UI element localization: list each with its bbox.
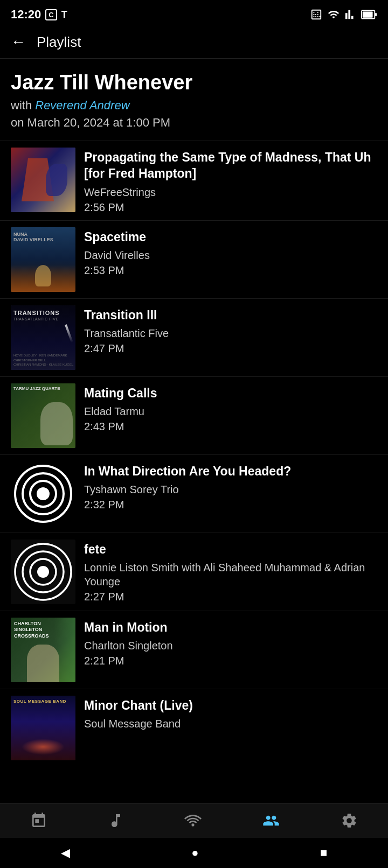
track-list: Propagating the Same Type of Madness, Th… (0, 141, 388, 830)
bullseye-svg-2 (13, 542, 73, 601)
svg-point-10 (37, 566, 49, 578)
track-info: Minor Chant (Live) Soul Message Band (84, 696, 377, 733)
track-info: Transition III Transatlantic Five 2:47 P… (84, 305, 377, 355)
track-artwork (11, 148, 75, 212)
artwork-tarmu: TARMU JAZZ QUARTE (11, 383, 75, 448)
status-bar: 12:20 C T (0, 0, 388, 28)
track-artwork: SOUL MESSAGE BAND (11, 696, 75, 760)
artwork-abstract2: NUNADAVID VIRELLES (11, 227, 75, 292)
track-artwork: CHARLTONSINGLETONCROSSROADS (11, 618, 75, 682)
track-artwork: NUNADAVID VIRELLES (11, 227, 75, 292)
bottom-nav (0, 803, 388, 838)
track-artist: Transatlantic Five (84, 326, 377, 340)
status-time: 12:20 (11, 8, 41, 22)
track-title: Man in Motion (84, 620, 377, 636)
track-title: Propagating the Same Type of Madness, Th… (84, 150, 377, 182)
host-prefix: with (11, 99, 32, 112)
list-item[interactable]: CHARLTONSINGLETONCROSSROADS Man in Motio… (0, 611, 388, 689)
playlist-host: with Reverend Andrew (11, 99, 377, 113)
nav-item-people[interactable] (251, 810, 292, 831)
list-item[interactable]: fete Lonnie Liston Smith with Ali Shahee… (0, 533, 388, 611)
battery-icon (361, 9, 377, 20)
track-info: Mating Calls Eldad Tarmu 2:43 PM (84, 383, 377, 433)
artwork-transitions: TRANSITIONS TRANSATLANTIC FIVE HOYE DUDL… (11, 305, 75, 370)
track-time: 2:32 PM (84, 499, 377, 511)
back-nav-button[interactable]: ◀ (61, 846, 70, 860)
list-item[interactable]: Propagating the Same Type of Madness, Th… (0, 141, 388, 220)
recents-nav-button[interactable]: ■ (320, 846, 327, 860)
carrier-icon-t: T (61, 9, 67, 20)
date-prefix: on (11, 116, 24, 129)
nav-item-settings[interactable] (330, 810, 369, 831)
track-artist: David Virelles (84, 248, 377, 262)
artwork-soul: SOUL MESSAGE BAND (11, 696, 75, 760)
track-title: Minor Chant (Live) (84, 698, 377, 714)
list-item[interactable]: NUNADAVID VIRELLES Spacetime David Virel… (0, 220, 388, 298)
calendar-icon (30, 812, 47, 829)
track-info: In What Direction Are You Headed? Tyshaw… (84, 461, 377, 512)
track-artist: Lonnie Liston Smith with Ali Shaheed Muh… (84, 561, 377, 589)
nav-item-music[interactable] (96, 810, 135, 831)
page-title: Playlist (37, 34, 81, 51)
nav-item-radio[interactable] (174, 810, 212, 831)
track-title: Spacetime (84, 229, 377, 246)
track-time: 2:53 PM (84, 264, 377, 277)
svg-rect-1 (363, 11, 373, 17)
carrier-icon-c: C (45, 9, 57, 20)
music-icon (107, 812, 124, 829)
svg-point-6 (37, 487, 50, 500)
track-info: Propagating the Same Type of Madness, Th… (84, 148, 377, 214)
back-button[interactable]: ← (11, 33, 26, 51)
bullseye-artwork (11, 461, 75, 526)
status-right-icons (310, 9, 377, 20)
playlist-date: on March 20, 2024 at 1:00 PM (11, 116, 377, 130)
wifi-icon (327, 9, 341, 20)
list-item[interactable]: In What Direction Are You Headed? Tyshaw… (0, 454, 388, 533)
svg-rect-2 (375, 13, 377, 16)
track-artwork: TARMU JAZZ QUARTE (11, 383, 75, 448)
track-artist: Charlton Singleton (84, 639, 377, 653)
date-value: March 20, 2024 at 1:00 PM (27, 116, 170, 129)
android-nav: ◀ ● ■ (0, 838, 388, 868)
track-time: 2:27 PM (84, 591, 377, 603)
bullseye-artwork-2 (11, 540, 75, 604)
track-info: fete Lonnie Liston Smith with Ali Shahee… (84, 540, 377, 604)
artwork-charlton: CHARLTONSINGLETONCROSSROADS (11, 618, 75, 682)
track-time: 2:43 PM (84, 421, 377, 433)
track-artist: Eldad Tarmu (84, 404, 377, 418)
track-artwork (11, 461, 75, 526)
list-item[interactable]: TRANSITIONS TRANSATLANTIC FIVE HOYE DUDL… (0, 298, 388, 376)
host-name[interactable]: Reverend Andrew (35, 99, 129, 112)
track-time: 2:47 PM (84, 342, 377, 355)
artwork-abstract1 (11, 148, 75, 212)
track-title: In What Direction Are You Headed? (84, 464, 377, 480)
track-title: Transition III (84, 307, 377, 324)
track-time: 2:56 PM (84, 201, 377, 214)
people-icon (261, 812, 281, 829)
track-artist: Soul Message Band (84, 717, 377, 731)
bullseye-svg (13, 464, 73, 523)
settings-icon (341, 812, 358, 829)
nfc-icon (310, 9, 322, 20)
nav-item-schedule[interactable] (19, 810, 58, 831)
track-title: Mating Calls (84, 386, 377, 402)
top-nav: ← Playlist (0, 28, 388, 58)
track-title: fete (84, 542, 377, 558)
track-artist: WeFreeStrings (84, 185, 377, 199)
track-time: 2:21 PM (84, 655, 377, 667)
track-info: Spacetime David Virelles 2:53 PM (84, 227, 377, 277)
signal-icon (345, 9, 357, 20)
playlist-header: Jazz Till Whenever with Reverend Andrew … (0, 59, 388, 141)
home-nav-button[interactable]: ● (191, 846, 198, 860)
track-artwork: TRANSITIONS TRANSATLANTIC FIVE HOYE DUDL… (11, 305, 75, 370)
track-artwork (11, 540, 75, 604)
radio-icon (184, 812, 202, 829)
playlist-title: Jazz Till Whenever (11, 72, 377, 94)
track-artist: Tyshawn Sorey Trio (84, 482, 377, 496)
list-item[interactable]: TARMU JAZZ QUARTE Mating Calls Eldad Tar… (0, 376, 388, 454)
track-info: Man in Motion Charlton Singleton 2:21 PM (84, 618, 377, 668)
